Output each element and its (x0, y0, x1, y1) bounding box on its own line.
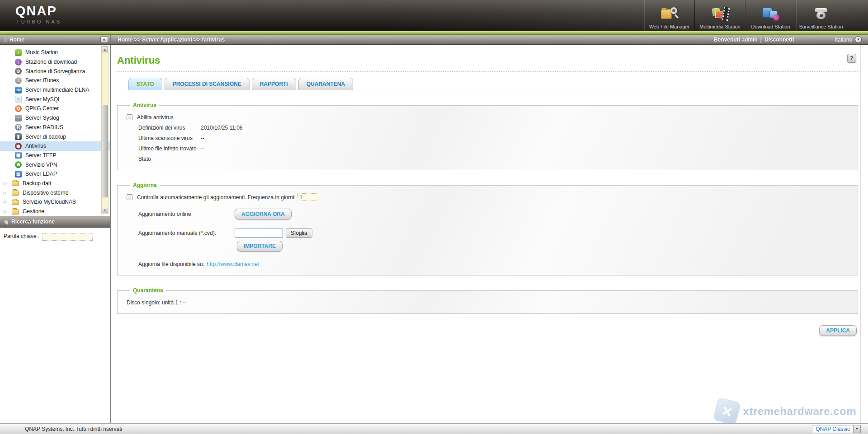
scroll-up-button[interactable]: ▲ (102, 46, 108, 52)
download-station-icon: ↓ (760, 5, 781, 23)
sidebar-item-itunes-server[interactable]: ♫ Server iTunes (0, 76, 110, 85)
page-title: Antivirus (117, 55, 858, 66)
expander-icon[interactable]: ▷ (4, 181, 8, 186)
session-box: Benvenuti admin | Disconnetti (714, 37, 794, 43)
sidebar-item-syslog-server[interactable]: ≡ Server Syslog (0, 113, 110, 123)
function-search-header[interactable]: Ricerca funzione (0, 216, 110, 228)
theme-selector[interactable]: QNAP Classic ▼ (812, 425, 861, 433)
last-scan-label: Ultima scansione virus (138, 135, 201, 141)
top-header: QNAP TURBO NAS Web File Manager Multimed… (0, 0, 868, 31)
sidebar-folder-gestione[interactable]: ▷ Gestione (0, 207, 110, 216)
tftp-icon: ▦ (15, 152, 22, 159)
breadcrumb-bar: Home >> Server Applicazioni >> Antivirus… (111, 35, 868, 44)
language-selector[interactable]: Italiano ▼ (835, 36, 862, 43)
tab-quarantena[interactable]: QUARANTENA (298, 78, 353, 90)
import-row: IMPORTARE (127, 241, 849, 252)
folder-icon (12, 181, 19, 186)
sidebar-item-backup-server[interactable]: ▮ Server di backup (0, 132, 110, 141)
sidebar-item-vpn-service[interactable]: ⊕ Servizio VPN (0, 160, 110, 169)
sidebar-item-antivirus[interactable]: ◉ Antivirus (0, 141, 110, 151)
sidebar-item-music-station[interactable]: ♪ Music Station (0, 48, 110, 57)
update-now-button[interactable]: AGGIORNA ORA (235, 209, 292, 219)
import-button[interactable]: IMPORTARE (237, 241, 283, 252)
update-groupbox: Aggiorna Controlla automaticamente gli a… (117, 182, 858, 275)
logout-link[interactable]: Disconnetti (764, 37, 794, 43)
enable-antivirus-row: Abilita antivirus (127, 112, 849, 122)
last-scan-value: -- (201, 135, 204, 141)
tab-processi-di-scansione[interactable]: PROCESSI DI SCANSIONE (165, 78, 250, 90)
sidebar-folder-mycloudnas[interactable]: ▷ Servizio MyCloudNAS (0, 197, 110, 207)
keyword-label: Parola chiave : (4, 233, 39, 239)
sidebar-collapse-button[interactable]: « (100, 36, 108, 43)
content-edge-line (860, 45, 861, 423)
quarantine-status: Disco singolo: unità 1 : -- (127, 299, 186, 306)
virus-definitions-row: Definizioni dei virus 2010/10/25 11:06 (127, 122, 849, 133)
accent-band (0, 31, 868, 35)
quarantine-groupbox: Quarantena Disco singolo: unità 1 : -- (117, 287, 858, 314)
station-label: Download Station (751, 24, 790, 29)
station-multimedia[interactable]: Multimedia Station (694, 0, 745, 31)
help-button[interactable]: ? (847, 54, 856, 63)
clamav-link[interactable]: http://www.clamav.net (207, 261, 259, 267)
camera-icon: ⊙ (15, 68, 22, 75)
station-label: Web File Manager (649, 24, 690, 29)
download-icon: ↓ (15, 59, 22, 65)
xtremehardware-logo-icon: ✕ (712, 397, 741, 423)
vpn-icon: ⊕ (15, 161, 22, 168)
tab-bar: STATO PROCESSI DI SCANSIONE RAPPORTI QUA… (117, 78, 858, 90)
qpkg-icon: Q (15, 105, 22, 112)
station-label: Multimedia Station (699, 24, 741, 29)
dlna-icon: TM (15, 87, 22, 93)
last-infected-row: Ultimo file infetto trovato -- (127, 143, 849, 154)
sidebar-folder-dispositivo-esterno[interactable]: ▷ Dispositivo esterno (0, 188, 110, 197)
scroll-down-button[interactable]: ▼ (102, 207, 108, 213)
sidebar-scrollbar[interactable]: ▲ ▼ (101, 46, 108, 214)
sidebar-item-dlna-server[interactable]: TM Server multimediale DLNA (0, 85, 110, 95)
station-download[interactable]: ↓ Download Station (745, 0, 796, 31)
sidebar-item-qpkg-center[interactable]: Q QPKG Center (0, 104, 110, 113)
sidebar-item-surveillance-station[interactable]: ⊙ Stazione di Sorveglianza (0, 66, 110, 76)
music-icon: ♪ (15, 49, 22, 56)
main-content: ? Antivirus STATO PROCESSI DI SCANSIONE … (111, 45, 868, 423)
multimedia-station-icon (710, 5, 731, 23)
apply-row: APPLICA (117, 325, 858, 336)
auto-update-checkbox[interactable] (127, 194, 132, 200)
tab-rapporti[interactable]: RAPPORTI (252, 78, 296, 90)
expander-icon[interactable]: ▷ (4, 200, 8, 204)
theme-dropdown-icon: ▼ (853, 425, 860, 433)
enable-antivirus-checkbox[interactable] (127, 114, 132, 120)
scrollbar-thumb[interactable] (102, 105, 108, 197)
station-surveillance[interactable]: Surveillance Station (796, 0, 846, 31)
keyword-input[interactable] (42, 233, 93, 241)
sidebar-item-mysql-server[interactable]: ~ Server MySQL (0, 94, 110, 104)
expander-icon[interactable]: ▷ (4, 191, 8, 195)
function-search-panel: Parola chiave : (0, 228, 110, 423)
last-infected-label: Ultimo file infetto trovato (138, 145, 201, 152)
sidebar-title: Home (9, 37, 100, 43)
antivirus-icon: ◉ (15, 143, 22, 149)
quarantine-status-row: Disco singolo: unità 1 : -- (127, 297, 849, 308)
status-label: Stato (138, 156, 201, 162)
station-web-file-manager[interactable]: Web File Manager (644, 0, 694, 31)
online-update-label: Aggiornamento online (138, 211, 235, 217)
sidebar-folder-backup-dati[interactable]: ▷ Backup dati (0, 179, 110, 188)
ldap-icon: ▤ (15, 171, 22, 177)
manual-update-input[interactable] (235, 229, 283, 238)
search-icon (5, 220, 8, 224)
browse-button[interactable]: Sfoglia (286, 229, 312, 238)
syslog-icon: ≡ (15, 115, 22, 121)
backup-server-icon: ▮ (15, 133, 22, 140)
tab-stato[interactable]: STATO (128, 78, 162, 90)
station-label: Surveillance Station (799, 24, 843, 29)
apply-button[interactable]: APPLICA (819, 325, 857, 336)
frequency-input[interactable] (297, 193, 319, 201)
welcome-text: Benvenuti admin (714, 37, 758, 43)
sidebar-item-ldap-server[interactable]: ▤ Server LDAP (0, 169, 110, 179)
sidebar-item-tftp-server[interactable]: ▦ Server TFTP (0, 151, 110, 160)
antivirus-legend: Antivirus (130, 102, 159, 108)
sidebar-item-radius-server[interactable]: R Server RADIUS (0, 123, 110, 132)
sidebar-header: ⌂ Home « (0, 35, 111, 44)
files-available-row: Aggiorna file disponibile su: http://www… (127, 259, 849, 269)
expander-icon[interactable]: ▷ (4, 209, 8, 214)
sidebar-item-download-station[interactable]: ↓ Stazione di download (0, 57, 110, 67)
